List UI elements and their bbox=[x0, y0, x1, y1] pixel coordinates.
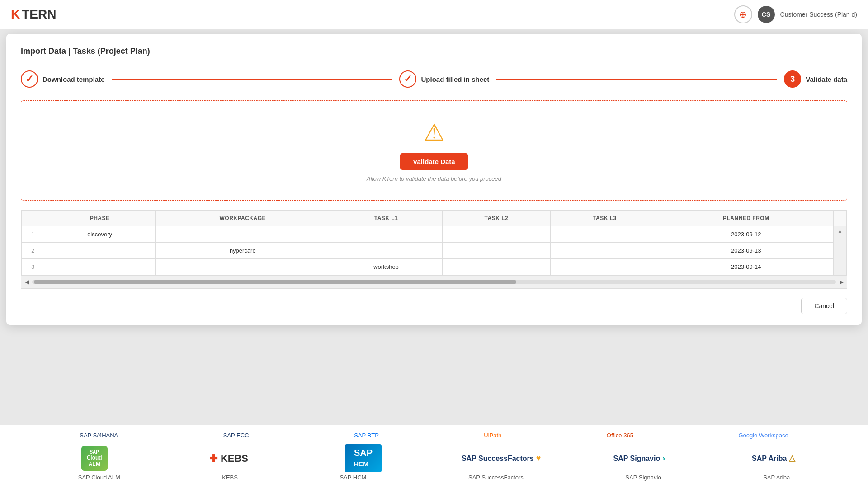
row-3-workpackage bbox=[156, 259, 330, 275]
step-3: 3 Validate data bbox=[784, 70, 847, 88]
horizontal-scrollbar[interactable]: ◀ ▶ bbox=[21, 275, 847, 288]
row-3-task-l2 bbox=[442, 259, 550, 275]
logo-label-sap-cloud-alm: SAP Cloud ALM bbox=[78, 474, 120, 481]
logo-sap-hcm: SAPHCM bbox=[327, 444, 400, 472]
logo-tern: TERN bbox=[22, 7, 56, 22]
app-header: K TERN ⊕ CS Customer Success (Plan d) bbox=[0, 0, 868, 29]
row-2-task-l3 bbox=[551, 243, 659, 259]
user-avatar[interactable]: CS bbox=[758, 6, 775, 23]
logo-k: K bbox=[11, 7, 20, 22]
modal-title: Import Data | Tasks (Project Plan) bbox=[21, 47, 847, 56]
logo-row-2-labels: SAP Cloud ALM KEBS SAP HCM SAP SuccessFa… bbox=[27, 474, 841, 481]
logo-label-sap-hcm: SAP HCM bbox=[340, 474, 366, 481]
app-logo: K TERN bbox=[11, 7, 56, 22]
import-data-modal: Import Data | Tasks (Project Plan) ✓ Dow… bbox=[6, 34, 862, 325]
modal-footer: Cancel bbox=[21, 298, 847, 314]
step-2-label: Upload filled in sheet bbox=[421, 75, 489, 83]
logo-sap-successfactors: SAP SuccessFactors ♥ bbox=[462, 454, 541, 463]
step-2-check-icon: ✓ bbox=[404, 73, 412, 85]
row-1-num: 1 bbox=[22, 226, 44, 243]
row-3-num: 3 bbox=[22, 259, 44, 275]
logo-kebs: ✚ KEBS bbox=[193, 452, 265, 465]
step-3-circle: 3 bbox=[784, 70, 801, 88]
col-header-num bbox=[22, 211, 44, 226]
row-3-phase bbox=[44, 259, 156, 275]
col-header-scroll bbox=[834, 211, 847, 226]
col-header-task-l3: TASK L3 bbox=[551, 211, 659, 226]
logo-label-sap-btp: SAP BTP bbox=[354, 432, 379, 439]
stepper: ✓ Download template ✓ Upload filled in s… bbox=[21, 70, 847, 88]
row-2-task-l1 bbox=[330, 243, 442, 259]
ktern-icon-button[interactable]: ⊕ bbox=[734, 5, 752, 23]
logo-label-sap-ecc: SAP ECC bbox=[223, 432, 249, 439]
logo-label-sap-signavio: SAP Signavio bbox=[625, 474, 661, 481]
logo-sap-ariba: SAP Ariba △ bbox=[737, 453, 810, 463]
row-1-planned-from: 2023-09-12 bbox=[659, 226, 833, 243]
logo-sap-cloud-alm: SAP Cloud ALM bbox=[58, 446, 131, 471]
table-row: 2 hypercare 2023-09-13 bbox=[22, 243, 847, 259]
row-1-phase: discovery bbox=[44, 226, 156, 243]
validate-content-area: ⚠ Validate Data Allow KTern to validate … bbox=[21, 100, 847, 201]
logo-label-sap-sf: SAP SuccessFactors bbox=[468, 474, 524, 481]
table-row: 1 discovery 2023-09-12 ▲ bbox=[22, 226, 847, 243]
username-label: Customer Success (Plan d) bbox=[780, 11, 857, 18]
logo-label-sap-s4hana: SAP S/4HANA bbox=[80, 432, 118, 439]
cancel-button[interactable]: Cancel bbox=[801, 298, 847, 314]
validate-hint: Allow KTern to validate the data before … bbox=[367, 175, 501, 182]
logo-label-kebs: KEBS bbox=[222, 474, 238, 481]
scroll-thumb[interactable] bbox=[34, 280, 516, 284]
col-header-workpackage: WORKPACKAGE bbox=[156, 211, 330, 226]
warning-icon: ⚠ bbox=[424, 119, 445, 146]
logo-label-google-workspace: Google Workspace bbox=[738, 432, 788, 439]
row-3-task-l1: workshop bbox=[330, 259, 442, 275]
step-2-circle: ✓ bbox=[399, 70, 416, 88]
col-header-phase: PHASE bbox=[44, 211, 156, 226]
col-header-planned-from: PLANNED FROM bbox=[659, 211, 833, 226]
logo-label-office365: Office 365 bbox=[607, 432, 633, 439]
col-header-task-l2: TASK L2 bbox=[442, 211, 550, 226]
row-3-planned-from: 2023-09-14 bbox=[659, 259, 833, 275]
step-3-number: 3 bbox=[790, 75, 795, 84]
row-1-workpackage bbox=[156, 226, 330, 243]
scroll-right-icon[interactable]: ▶ bbox=[836, 277, 847, 286]
logo-label-sap-ariba: SAP Ariba bbox=[763, 474, 790, 481]
step-1-label: Download template bbox=[42, 75, 105, 83]
logo-sap-signavio: SAP Signavio › bbox=[603, 454, 675, 463]
row-2-planned-from: 2023-09-13 bbox=[659, 243, 833, 259]
row-2-phase bbox=[44, 243, 156, 259]
table-header-row: PHASE WORKPACKAGE TASK L1 TASK L2 TASK L… bbox=[22, 211, 847, 226]
header-right: ⊕ CS Customer Success (Plan d) bbox=[734, 5, 857, 23]
data-table: PHASE WORKPACKAGE TASK L1 TASK L2 TASK L… bbox=[21, 210, 847, 275]
step-line-2 bbox=[496, 79, 777, 80]
logo-row-2: SAP Cloud ALM ✚ KEBS SAPHCM SAP SuccessF… bbox=[27, 444, 841, 472]
row-3-task-l3 bbox=[551, 259, 659, 275]
row-1-task-l1 bbox=[330, 226, 442, 243]
table-scroll-up-area[interactable]: ▲ bbox=[834, 226, 847, 275]
row-2-num: 2 bbox=[22, 243, 44, 259]
validate-data-button[interactable]: Validate Data bbox=[400, 153, 467, 170]
step-1-check-icon: ✓ bbox=[25, 73, 33, 85]
row-1-task-l2 bbox=[442, 226, 550, 243]
ktern-icon: ⊕ bbox=[739, 9, 747, 20]
logo-row-1-labels: SAP S/4HANA SAP ECC SAP BTP UiPath Offic… bbox=[27, 432, 841, 439]
step-3-label: Validate data bbox=[806, 75, 847, 83]
col-header-task-l1: TASK L1 bbox=[330, 211, 442, 226]
scroll-left-icon[interactable]: ◀ bbox=[21, 277, 32, 286]
step-1-circle: ✓ bbox=[21, 70, 38, 88]
scroll-track[interactable] bbox=[32, 280, 836, 284]
row-2-workpackage: hypercare bbox=[156, 243, 330, 259]
table-scroll-up-icon: ▲ bbox=[838, 228, 843, 234]
row-1-task-l3 bbox=[551, 226, 659, 243]
step-line-1 bbox=[112, 79, 392, 80]
logo-label-uipath: UiPath bbox=[484, 432, 501, 439]
step-1: ✓ Download template bbox=[21, 70, 105, 88]
table-row: 3 workshop 2023-09-14 bbox=[22, 259, 847, 275]
data-table-wrapper: PHASE WORKPACKAGE TASK L1 TASK L2 TASK L… bbox=[21, 210, 847, 289]
step-2: ✓ Upload filled in sheet bbox=[399, 70, 489, 88]
row-2-task-l2 bbox=[442, 243, 550, 259]
